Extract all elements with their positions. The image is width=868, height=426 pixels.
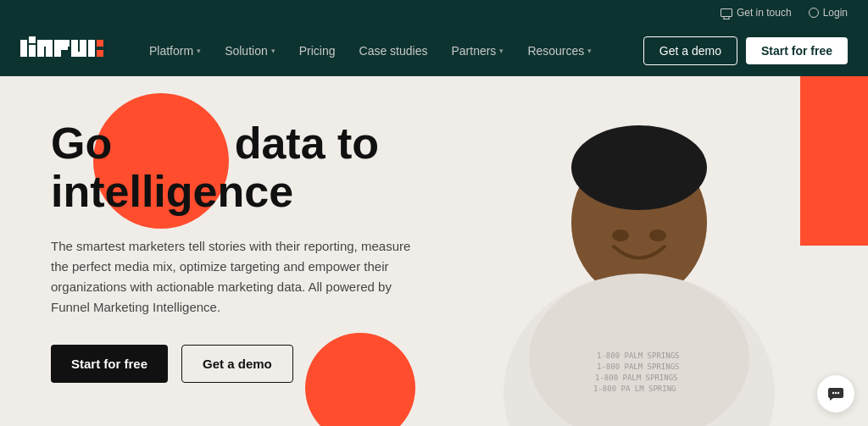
hero-title-highlight: from <box>125 119 223 168</box>
nav-pricing[interactable]: Pricing <box>289 37 346 64</box>
hero-person-image: 1-800 PALM SPRINGS 1-800 PALM SPRINGS 1-… <box>478 104 800 426</box>
svg-text:1-800 PALM SPRINGS: 1-800 PALM SPRINGS <box>595 373 678 382</box>
svg-rect-1 <box>29 36 36 43</box>
login-link[interactable]: Login <box>809 7 848 19</box>
hero-subtitle: The smartest marketers tell stories with… <box>51 236 424 318</box>
logo[interactable] <box>20 36 105 65</box>
svg-rect-11 <box>80 40 86 57</box>
hero-title: Go from data tointelligence <box>51 119 424 216</box>
svg-rect-0 <box>20 40 27 57</box>
svg-rect-8 <box>61 40 68 50</box>
logo-text <box>20 36 105 65</box>
hero-start-free-button[interactable]: Start for free <box>51 345 168 383</box>
hero-get-demo-button[interactable]: Get a demo <box>181 345 293 383</box>
svg-rect-14 <box>97 50 103 57</box>
hero-buttons: Start for free Get a demo <box>51 345 424 383</box>
svg-rect-13 <box>97 40 103 47</box>
svg-text:1-800 PALM SPRINGS: 1-800 PALM SPRINGS <box>597 351 680 360</box>
svg-point-27 <box>835 392 837 394</box>
svg-point-28 <box>837 392 839 394</box>
nav-case-studies[interactable]: Case studies <box>349 37 438 64</box>
nav-buttons: Get a demo Start for free <box>643 36 848 65</box>
svg-rect-5 <box>46 40 53 57</box>
utility-bar: Get in touch Login <box>0 0 868 25</box>
get-in-touch-link[interactable]: Get in touch <box>721 7 792 19</box>
svg-point-26 <box>832 392 834 394</box>
navbar: Platform ▾ Solution ▾ Pricing Case studi… <box>0 25 868 76</box>
chevron-down-icon: ▾ <box>587 47 592 55</box>
chevron-down-icon: ▾ <box>197 47 201 55</box>
chevron-down-icon: ▾ <box>271 47 275 55</box>
nav-solution[interactable]: Solution ▾ <box>214 37 286 64</box>
get-demo-button[interactable]: Get a demo <box>643 36 737 65</box>
user-icon <box>809 8 819 18</box>
nav-platform[interactable]: Platform ▾ <box>139 37 211 64</box>
person-svg: 1-800 PALM SPRINGS 1-800 PALM SPRINGS 1-… <box>495 104 783 426</box>
chat-icon <box>826 385 845 403</box>
nav-links: Platform ▾ Solution ▾ Pricing Case studi… <box>139 37 643 64</box>
nav-partners[interactable]: Partners ▾ <box>441 37 514 64</box>
svg-text:1-800 PALM SPRINGS: 1-800 PALM SPRINGS <box>597 362 680 371</box>
hero-content: Go from data tointelligence The smartest… <box>0 86 475 417</box>
start-free-button[interactable]: Start for free <box>746 37 848 64</box>
get-in-touch-label: Get in touch <box>737 7 792 19</box>
decorative-rect-top-right <box>800 76 868 246</box>
svg-point-18 <box>571 125 707 210</box>
monitor-icon <box>721 8 732 17</box>
svg-point-19 <box>612 230 629 241</box>
nav-resources[interactable]: Resources ▾ <box>517 37 602 64</box>
svg-point-20 <box>649 230 666 241</box>
chevron-down-icon: ▾ <box>499 47 504 55</box>
svg-text:1-800 PA LM SPRING: 1-800 PA LM SPRING <box>593 385 676 393</box>
chat-button[interactable] <box>817 375 854 412</box>
login-label: Login <box>823 7 848 19</box>
svg-rect-12 <box>88 40 95 57</box>
hero-section: Go from data tointelligence The smartest… <box>0 76 868 426</box>
svg-rect-2 <box>29 45 36 57</box>
